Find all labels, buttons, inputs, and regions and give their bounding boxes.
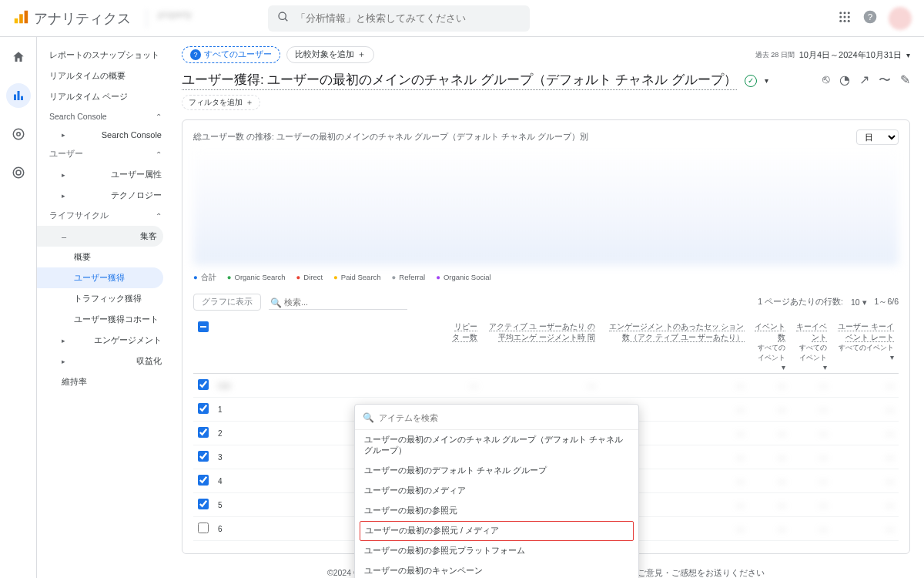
segment-all-users[interactable]: ?すべてのユーザー <box>182 46 280 63</box>
svg-rect-18 <box>21 96 23 100</box>
nav-traffic-acquisition[interactable]: トラフィック獲得 <box>37 288 168 309</box>
date-range-picker[interactable]: 過去 28 日間 10月4日～2024年10月31日 ▾ <box>755 49 910 61</box>
logo: アナリティクス <box>12 8 131 28</box>
edit-icon[interactable]: ✎ <box>900 72 910 89</box>
nav-technology[interactable]: テクノロジー <box>37 185 168 206</box>
dimension-option[interactable]: ユーザーの最初の参照元プラットフォーム <box>355 541 638 561</box>
nav-snapshot[interactable]: レポートのスナップショット <box>37 45 168 66</box>
table-pager: 1 ページあたりの行数: 10 ▾ 1～6/6 <box>758 297 899 307</box>
search-icon: 🔍 <box>363 412 374 423</box>
svg-point-9 <box>844 16 846 18</box>
nav-lifecycle-section[interactable]: ライフサイクル⌃ <box>37 206 168 226</box>
app-title: アナリティクス <box>34 9 131 28</box>
rail-home-icon[interactable] <box>6 45 31 69</box>
svg-point-13 <box>848 20 850 22</box>
global-search[interactable] <box>268 5 530 32</box>
chevron-down-icon: ▾ <box>906 51 910 59</box>
svg-point-6 <box>844 12 846 14</box>
global-search-input[interactable] <box>296 12 521 24</box>
dimension-option[interactable]: ユーザーの最初のメディア <box>355 481 638 501</box>
page-title: ユーザー獲得: ユーザーの最初のメインのチャネル グループ（デフォルト チャネル… <box>182 71 737 90</box>
svg-point-10 <box>848 16 850 18</box>
nav-retention[interactable]: 維持率 <box>37 371 168 392</box>
dimension-option[interactable]: ユーザーの最初のデフォルト チャネル グループ <box>355 461 638 481</box>
nav-monetization[interactable]: 収益化 <box>37 351 168 371</box>
svg-rect-16 <box>14 95 16 101</box>
analytics-logo-icon <box>12 8 29 28</box>
nav-search-console[interactable]: Search Console <box>37 126 168 144</box>
share-icon[interactable]: ↗ <box>859 72 869 89</box>
report-actions: ⎋ ◔ ↗ 〜 ✎ <box>822 72 910 89</box>
dimension-option[interactable]: ユーザーの最初のメインのチャネル グループ（デフォルト チャネル グループ） <box>355 430 638 461</box>
svg-rect-0 <box>15 18 18 23</box>
apps-icon[interactable] <box>838 10 852 26</box>
help-icon[interactable]: ? <box>862 9 878 27</box>
customize-icon[interactable]: ⎋ <box>822 72 830 89</box>
table-row: row------------------ <box>193 374 899 398</box>
dimension-option[interactable]: ユーザーの最初のキャンペーン <box>355 561 638 578</box>
svg-point-21 <box>13 167 24 178</box>
rail-explore-icon[interactable] <box>6 122 31 146</box>
svg-point-11 <box>839 20 842 22</box>
svg-point-20 <box>16 133 20 136</box>
add-filter-button[interactable]: フィルタを追加＋ <box>182 95 260 110</box>
rail-ads-icon[interactable] <box>6 160 31 185</box>
svg-point-8 <box>839 16 842 18</box>
nav-acq-overview[interactable]: 概要 <box>37 247 168 267</box>
trend-chart <box>193 150 899 265</box>
rail-reports-icon[interactable] <box>6 83 31 108</box>
svg-point-3 <box>279 12 286 19</box>
select-all-checkbox[interactable] <box>198 321 209 332</box>
status-check-icon: ✓ <box>745 75 757 87</box>
dimension-option[interactable]: ユーザーの最初の参照元 / メディア <box>360 521 634 541</box>
search-icon: 🔍 <box>270 297 282 308</box>
svg-rect-2 <box>25 11 28 24</box>
nav-engagement[interactable]: エンゲージメント <box>37 330 168 351</box>
svg-point-7 <box>848 12 850 14</box>
dimension-option[interactable]: ユーザーの最初の参照元 <box>355 501 638 521</box>
nav-realtime-overview[interactable]: リアルタイムの概要 <box>37 66 168 86</box>
table-search-input[interactable] <box>269 295 407 310</box>
account-avatar[interactable] <box>889 7 912 30</box>
nav-rail <box>0 37 37 578</box>
svg-point-5 <box>839 12 842 14</box>
dimension-dropdown: 🔍 ユーザーの最初のメインのチャネル グループ（デフォルト チャネル グループ）… <box>354 404 639 578</box>
compare-icon[interactable]: 〜 <box>879 72 891 89</box>
nav-search-console-section[interactable]: Search Console⌃ <box>37 107 168 126</box>
nav-acquisition[interactable]: 集客 <box>37 226 163 247</box>
chart-title: 総ユーザー数 の推移: ユーザーの最初のメインのチャネル グループ（デフォルト … <box>193 132 588 143</box>
dimension-search-input[interactable] <box>379 413 631 422</box>
svg-rect-17 <box>17 91 19 100</box>
svg-point-19 <box>13 129 24 139</box>
svg-line-4 <box>285 18 287 21</box>
add-comparison-button[interactable]: 比較対象を追加＋ <box>286 46 374 63</box>
svg-rect-1 <box>19 14 23 23</box>
top-bar: アナリティクス property ? <box>0 0 924 37</box>
rows-per-page-select[interactable]: 10 ▾ <box>851 297 867 307</box>
side-nav: レポートのスナップショット リアルタイムの概要 リアルタイム ページ Searc… <box>37 37 168 578</box>
nav-user-section[interactable]: ユーザー⌃ <box>37 144 168 164</box>
nav-cohort[interactable]: ユーザー獲得コホート <box>37 309 168 330</box>
plot-rows-button[interactable]: グラフに表示 <box>193 294 261 311</box>
svg-text:?: ? <box>868 12 873 22</box>
svg-point-22 <box>16 170 21 175</box>
property-name[interactable]: property <box>146 9 254 28</box>
nav-realtime-pages[interactable]: リアルタイム ページ <box>37 86 168 107</box>
nav-user-acquisition[interactable]: ユーザー獲得 <box>37 267 163 288</box>
svg-point-12 <box>844 20 846 22</box>
chart-legend: 合計Organic SearchDirectPaid SearchReferra… <box>193 273 899 283</box>
granularity-select[interactable]: 日 <box>856 129 899 145</box>
insights-icon[interactable]: ◔ <box>839 72 850 89</box>
search-icon <box>277 11 290 25</box>
nav-user-attributes[interactable]: ユーザー属性 <box>37 164 168 185</box>
content-area: ?すべてのユーザー 比較対象を追加＋ 過去 28 日間 10月4日～2024年1… <box>168 37 924 578</box>
